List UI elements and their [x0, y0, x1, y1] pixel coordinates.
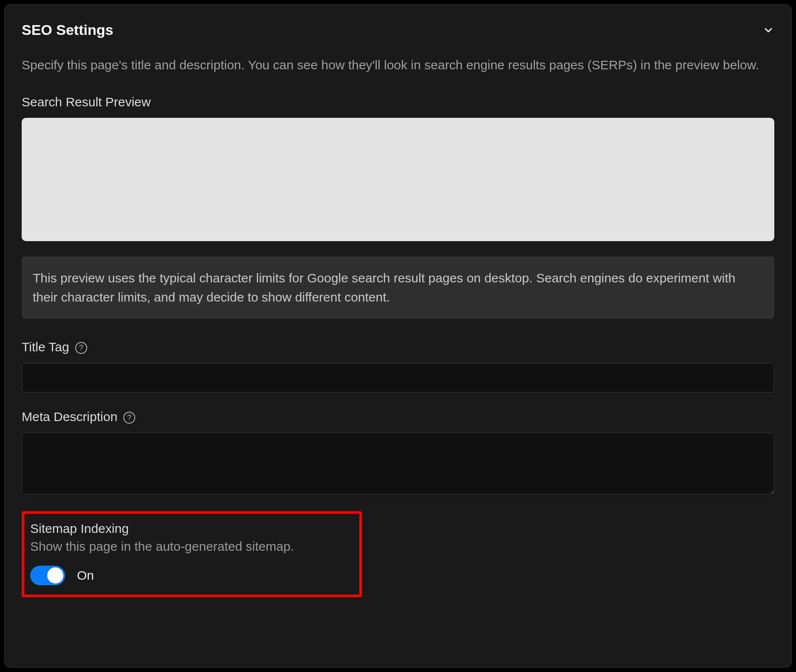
toggle-knob	[47, 567, 63, 584]
title-tag-label: Title Tag ?	[22, 340, 774, 354]
help-icon[interactable]: ?	[75, 342, 87, 354]
meta-description-input[interactable]	[22, 433, 774, 494]
sitemap-indexing-toggle[interactable]	[30, 566, 65, 585]
title-tag-input[interactable]	[22, 363, 774, 393]
search-preview-label: Search Result Preview	[22, 95, 774, 109]
sitemap-indexing-highlight: Sitemap Indexing Show this page in the a…	[22, 511, 362, 597]
panel-header: SEO Settings	[22, 22, 774, 38]
chevron-down-icon[interactable]	[762, 24, 774, 36]
panel-title: SEO Settings	[22, 22, 113, 38]
title-tag-label-text: Title Tag	[22, 340, 69, 354]
sitemap-toggle-state: On	[77, 568, 94, 583]
seo-settings-panel: SEO Settings Specify this page's title a…	[4, 4, 792, 668]
help-icon[interactable]: ?	[123, 412, 135, 424]
meta-description-label-text: Meta Description	[22, 410, 117, 424]
sitemap-toggle-row: On	[30, 566, 353, 585]
preview-note: This preview uses the typical character …	[22, 256, 774, 319]
panel-description: Specify this page's title and descriptio…	[22, 55, 774, 74]
meta-description-label: Meta Description ?	[22, 410, 774, 424]
sitemap-indexing-label: Sitemap Indexing	[30, 521, 353, 536]
sitemap-indexing-subtitle: Show this page in the auto-generated sit…	[30, 539, 353, 554]
search-result-preview	[22, 118, 774, 241]
